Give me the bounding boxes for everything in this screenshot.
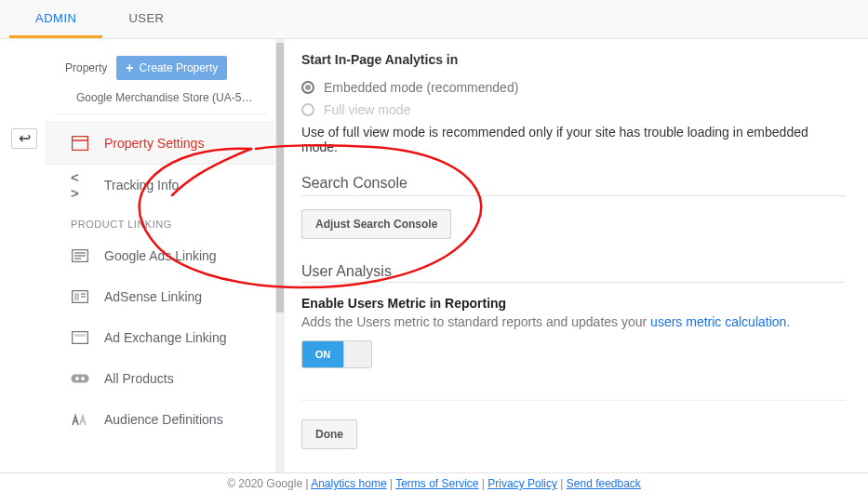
radio-embedded-label: Embedded mode (recommended) <box>324 80 518 95</box>
back-rail: ↩ <box>0 39 45 473</box>
audience-icon <box>71 410 89 429</box>
search-console-heading: Search Console <box>301 175 846 192</box>
fullview-note: Use of full view mode is recommended onl… <box>301 125 846 154</box>
users-metric-toggle[interactable]: ON <box>301 340 372 368</box>
svg-point-14 <box>81 377 85 380</box>
create-property-button[interactable]: + Create Property <box>116 56 227 80</box>
divider <box>301 195 846 196</box>
sidebar-item-all-products[interactable]: All Products <box>45 358 275 399</box>
sidebar-item-label: Google Ads Linking <box>104 248 217 263</box>
property-name-display[interactable]: Google Merchandise Store (UA-545169… <box>56 89 268 114</box>
sidebar-item-label: Tracking Info <box>104 178 179 193</box>
radio-full-view-mode[interactable]: Full view mode <box>301 99 846 121</box>
sidebar-item-google-ads-linking[interactable]: Google Ads Linking <box>45 235 275 276</box>
sidebar-item-ad-exchange-linking[interactable]: Ad Exchange Linking <box>45 317 275 358</box>
svg-rect-0 <box>73 137 88 151</box>
adsense-icon <box>71 287 89 306</box>
divider <box>301 282 846 283</box>
settings-card-icon <box>71 134 89 153</box>
property-sidebar: Property + Create Property Google Mercha… <box>45 39 275 473</box>
period: . <box>786 314 790 329</box>
property-label: Property <box>65 61 107 74</box>
svg-point-13 <box>75 377 79 380</box>
svg-rect-7 <box>74 293 79 300</box>
footer-text: © 2020 Google | Analytics home | Terms o… <box>227 477 641 490</box>
ad-exchange-icon <box>71 328 89 347</box>
inpage-analytics-title: Start In-Page Analytics in <box>301 52 846 67</box>
sidebar-item-label: Property Settings <box>104 136 204 151</box>
plus-icon: + <box>126 60 133 75</box>
user-analysis-heading: User Analysis <box>301 263 846 280</box>
main-content: Start In-Page Analytics in Embedded mode… <box>285 39 868 473</box>
radio-icon <box>301 81 314 94</box>
sidebar-item-label: Audience Definitions <box>104 412 223 427</box>
ads-card-icon <box>71 246 89 265</box>
scrollbar-thumb[interactable] <box>276 43 284 312</box>
users-metric-calculation-link[interactable]: users metric calculation <box>650 314 786 329</box>
sidebar-item-label: All Products <box>104 371 174 386</box>
sidebar-item-tracking-info[interactable]: < > Tracking Info <box>45 165 275 206</box>
enable-users-metric-desc: Adds the Users metric to standard report… <box>301 314 846 329</box>
tab-user[interactable]: USER <box>102 0 190 38</box>
adjust-search-console-button[interactable]: Adjust Search Console <box>301 209 451 239</box>
link-icon <box>71 369 89 388</box>
radio-fullview-label: Full view mode <box>324 102 410 117</box>
done-button[interactable]: Done <box>301 419 357 449</box>
back-arrow-icon: ↩ <box>19 131 31 146</box>
tab-admin[interactable]: ADMIN <box>9 0 102 38</box>
create-property-label: Create Property <box>140 61 219 74</box>
code-brackets-icon: < > <box>71 176 89 194</box>
sidebar-item-label: Ad Exchange Linking <box>104 330 227 345</box>
toggle-on-label: ON <box>302 341 343 367</box>
page-footer: © 2020 Google | Analytics home | Terms o… <box>0 472 868 490</box>
back-button[interactable]: ↩ <box>11 128 37 149</box>
sidebar-item-label: AdSense Linking <box>104 289 202 304</box>
sidebar-section-product-linking: PRODUCT LINKING <box>45 206 275 235</box>
sidebar-item-audience-definitions[interactable]: Audience Definitions <box>45 399 275 440</box>
content-scrollbar[interactable] <box>275 39 285 473</box>
svg-rect-11 <box>74 334 86 337</box>
enable-users-metric-title: Enable Users Metric in Reporting <box>301 296 846 311</box>
sidebar-item-adsense-linking[interactable]: AdSense Linking <box>45 276 275 317</box>
svg-rect-12 <box>72 375 89 383</box>
radio-icon <box>301 103 314 116</box>
admin-user-tabbar: ADMIN USER <box>0 0 868 39</box>
toggle-knob <box>343 341 371 367</box>
sidebar-item-property-settings[interactable]: Property Settings <box>45 122 275 165</box>
svg-rect-10 <box>73 332 88 344</box>
radio-embedded-mode[interactable]: Embedded mode (recommended) <box>301 76 846 99</box>
